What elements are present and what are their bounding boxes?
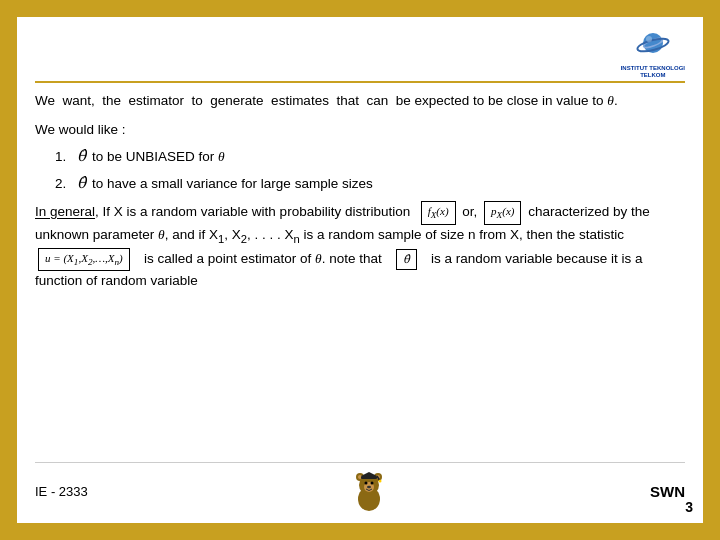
svg-rect-14	[361, 476, 377, 479]
content-area: We want, the estimator to generate estim…	[35, 91, 685, 458]
footer-mascot	[347, 469, 391, 513]
page-number: 3	[685, 499, 693, 515]
item2: 2. θ̂ to have a small variance for large…	[55, 172, 685, 195]
divider	[35, 81, 685, 83]
svg-point-12	[370, 482, 373, 485]
svg-point-17	[378, 480, 381, 483]
svg-point-11	[364, 482, 367, 485]
para1: We want, the estimator to generate estim…	[35, 91, 685, 112]
outer-border: INSTITUT TEKNOLOGI TELKOM We want, the e…	[10, 10, 710, 530]
item1-num: 1.	[55, 147, 71, 168]
logo-area: INSTITUT TEKNOLOGI TELKOM	[621, 27, 685, 79]
svg-point-3	[646, 36, 652, 42]
we-would: We would like :	[35, 120, 685, 141]
bear-icon	[347, 469, 391, 513]
item1-text: to be UNBIASED for θ	[92, 147, 225, 168]
fx-math: fX(x)	[421, 201, 456, 224]
in-general-label: In general	[35, 205, 95, 220]
footer: IE - 2333	[35, 462, 685, 513]
item1-hat: θ̂	[77, 145, 86, 168]
footer-swn: SWN	[650, 483, 685, 500]
item2-num: 2.	[55, 174, 71, 195]
logo-icon	[634, 27, 672, 65]
svg-marker-15	[361, 472, 377, 476]
footer-course-code: IE - 2333	[35, 484, 88, 499]
statistic-math: u = (X1,X2,…,Xn)	[38, 248, 130, 271]
item1: 1. θ̂ to be UNBIASED for θ	[55, 145, 685, 168]
top-bar: INSTITUT TEKNOLOGI TELKOM	[35, 27, 685, 79]
item2-text: to have a small variance for large sampl…	[92, 174, 373, 195]
svg-point-13	[367, 486, 371, 488]
in-general-para: In general, If X is a random variable wi…	[35, 201, 685, 292]
logo-text: INSTITUT TEKNOLOGI TELKOM	[621, 65, 685, 79]
theta1: θ	[607, 93, 614, 108]
slide: INSTITUT TEKNOLOGI TELKOM We want, the e…	[14, 14, 706, 526]
item2-hat: θ̂	[77, 172, 86, 195]
pX-math: pX(x)	[484, 201, 521, 224]
theta-hat-math: θ̂	[396, 249, 417, 270]
